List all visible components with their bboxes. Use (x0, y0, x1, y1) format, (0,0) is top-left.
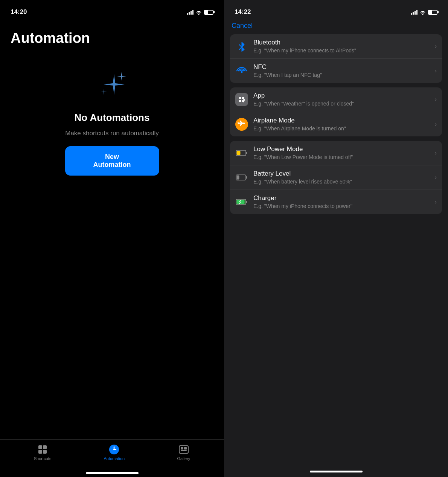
app-title: App (253, 92, 430, 99)
svg-point-12 (241, 71, 243, 73)
nfc-title: NFC (253, 63, 430, 71)
svg-rect-22 (246, 176, 247, 179)
svg-rect-21 (237, 176, 239, 180)
signal-icon-right (411, 9, 418, 15)
airplane-title: Airplane Mode (253, 117, 430, 124)
battery-level-icon (235, 171, 248, 184)
right-header: Cancel (224, 19, 448, 34)
right-panel: 14:22 Cancel (224, 0, 448, 477)
new-automation-button[interactable]: New Automation (65, 146, 159, 176)
left-panel: 14:20 Automation No Automat (0, 0, 224, 477)
gallery-label: Gallery (177, 456, 190, 461)
svg-rect-19 (246, 152, 247, 154)
chevron-icon-nfc: › (435, 67, 437, 74)
airplane-text: Airplane Mode E.g. "When Airplane Mode i… (253, 117, 430, 132)
home-indicator-right (310, 471, 363, 472)
nav-item-gallery[interactable]: Gallery (177, 444, 190, 461)
svg-rect-14 (242, 97, 244, 99)
app-text: App E.g. "When "Weather" is opened or cl… (253, 92, 430, 107)
battery-icon-left (204, 10, 213, 15)
airplane-subtitle: E.g. "When Airplane Mode is turned on" (253, 125, 430, 132)
list-item-lowpower[interactable]: Low Power Mode E.g. "When Low Power Mode… (230, 141, 442, 165)
lowpower-icon (235, 147, 248, 159)
sparkle-icon (93, 68, 131, 106)
chevron-icon-charger: › (435, 199, 437, 205)
wifi-icon (196, 10, 202, 15)
charger-title: Charger (253, 194, 430, 202)
list-item-battery[interactable]: Battery Level E.g. "When battery level r… (230, 165, 442, 190)
bluetooth-title: Bluetooth (253, 39, 430, 46)
status-icons-left (187, 9, 213, 15)
empty-title: No Automations (75, 112, 150, 124)
battery-title: Battery Level (253, 170, 430, 177)
lowpower-subtitle: E.g. "When Low Power Mode is turned off" (253, 154, 430, 161)
svg-rect-15 (239, 100, 241, 102)
bluetooth-icon (235, 40, 248, 53)
automation-icon (109, 444, 119, 455)
empty-state: No Automations Make shortcuts run automa… (0, 16, 224, 228)
home-indicator-left (86, 472, 139, 474)
svg-rect-7 (181, 447, 183, 449)
charger-icon (235, 196, 248, 208)
svg-rect-2 (38, 450, 42, 454)
svg-point-5 (113, 449, 115, 450)
charger-subtitle: E.g. "When my iPhone connects to power" (253, 203, 430, 209)
cancel-button[interactable]: Cancel (232, 22, 253, 30)
battery-icon-right (428, 10, 437, 15)
shortcuts-icon (37, 444, 48, 455)
chevron-icon-lowpower: › (435, 150, 437, 156)
app-subtitle: E.g. "When "Weather" is opened or closed… (253, 100, 430, 107)
automation-label: Automation (104, 456, 125, 461)
chevron-icon: › (435, 43, 437, 50)
empty-subtitle: Make shortcuts run automatically (65, 130, 159, 137)
svg-rect-18 (237, 151, 241, 155)
wifi-icon-right (420, 10, 426, 15)
list-item-bluetooth[interactable]: Bluetooth E.g. "When my iPhone connects … (230, 34, 442, 59)
nfc-text: NFC E.g. "When I tap an NFC tag" (253, 63, 430, 78)
lowpower-title: Low Power Mode (253, 145, 430, 153)
charger-text: Charger E.g. "When my iPhone connects to… (253, 194, 430, 209)
gallery-icon (178, 444, 189, 455)
lowpower-text: Low Power Mode E.g. "When Low Power Mode… (253, 145, 430, 161)
svg-rect-6 (179, 446, 188, 453)
time-right: 14:22 (235, 8, 251, 16)
chevron-icon-app: › (435, 96, 437, 103)
bottom-nav: Shortcuts Automation Gall (0, 439, 224, 472)
svg-rect-1 (43, 445, 47, 449)
list-group-power: Low Power Mode E.g. "When Low Power Mode… (230, 141, 442, 214)
list-item-charger[interactable]: Charger E.g. "When my iPhone connects to… (230, 190, 442, 214)
svg-rect-25 (246, 201, 247, 203)
list-item-airplane[interactable]: Airplane Mode E.g. "When Airplane Mode i… (230, 112, 442, 136)
list-item-nfc[interactable]: NFC E.g. "When I tap an NFC tag" › (230, 59, 442, 83)
automation-list: Bluetooth E.g. "When my iPhone connects … (224, 34, 448, 468)
nav-item-automation[interactable]: Automation (104, 444, 125, 461)
status-bar-right: 14:22 (224, 0, 448, 19)
chevron-icon-battery: › (435, 174, 437, 181)
svg-rect-13 (239, 97, 241, 99)
nfc-icon (235, 64, 248, 77)
nfc-subtitle: E.g. "When I tap an NFC tag" (253, 72, 430, 78)
time-left: 14:20 (11, 8, 27, 16)
chevron-icon-airplane: › (435, 121, 437, 128)
shortcuts-label: Shortcuts (34, 456, 51, 461)
list-group-connectivity: Bluetooth E.g. "When my iPhone connects … (230, 34, 442, 83)
svg-rect-8 (184, 447, 187, 449)
battery-subtitle: E.g. "When battery level rises above 50%… (253, 178, 430, 185)
airplane-icon (235, 118, 248, 131)
svg-rect-3 (43, 450, 47, 454)
signal-icon (187, 9, 194, 15)
bluetooth-text: Bluetooth E.g. "When my iPhone connects … (253, 39, 430, 54)
list-item-app[interactable]: App E.g. "When "Weather" is opened or cl… (230, 87, 442, 112)
battery-text: Battery Level E.g. "When battery level r… (253, 170, 430, 185)
nav-item-shortcuts[interactable]: Shortcuts (34, 444, 51, 461)
status-icons-right (411, 9, 437, 15)
list-group-apps: App E.g. "When "Weather" is opened or cl… (230, 87, 442, 136)
app-icon (235, 93, 248, 106)
bluetooth-subtitle: E.g. "When my iPhone connects to AirPods… (253, 47, 430, 54)
svg-rect-9 (181, 450, 187, 451)
svg-rect-0 (38, 445, 42, 449)
